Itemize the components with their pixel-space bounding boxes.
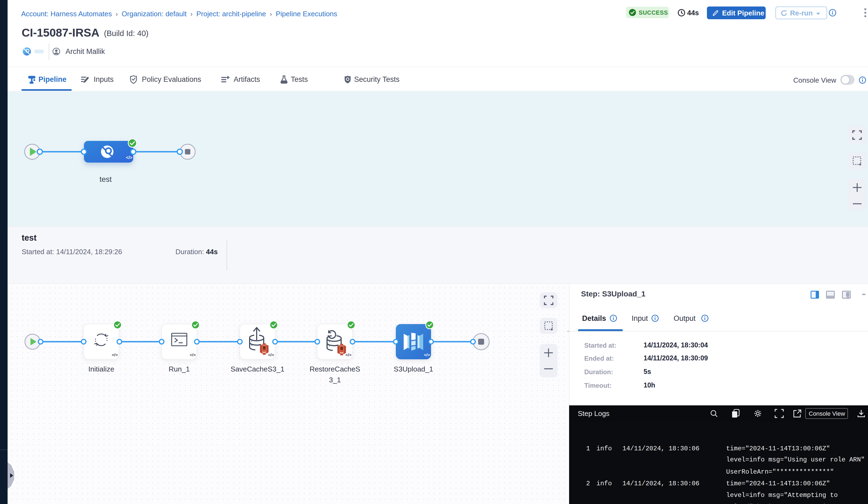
svg-text:</>: </>: [345, 353, 351, 357]
svg-text:Initialize: Initialize: [88, 365, 114, 373]
svg-text:3_1: 3_1: [329, 376, 341, 384]
svg-text:</>: </>: [126, 155, 132, 160]
svg-text:</>: </>: [424, 353, 430, 357]
svg-text:</>: </>: [190, 353, 196, 357]
svg-text:</>: </>: [268, 353, 274, 357]
svg-text:Run_1: Run_1: [169, 365, 190, 373]
svg-text:SaveCacheS3_1: SaveCacheS3_1: [231, 365, 285, 373]
svg-text:</>: </>: [112, 353, 118, 357]
svg-text:S3Upload_1: S3Upload_1: [394, 365, 433, 373]
svg-text:test: test: [99, 175, 112, 183]
svg-text:RestoreCacheS: RestoreCacheS: [309, 365, 360, 373]
